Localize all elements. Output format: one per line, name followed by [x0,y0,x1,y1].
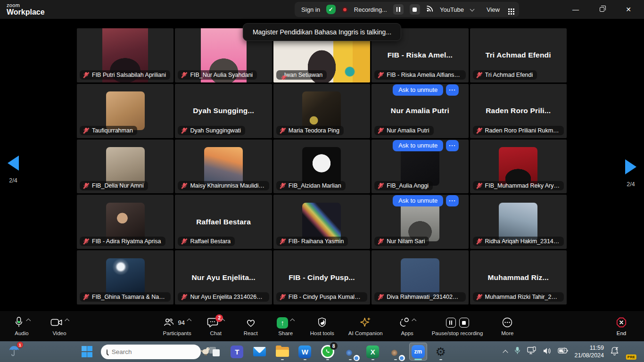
share-button[interactable]: ↑ Share [275,317,296,336]
apps-options-chevron[interactable] [412,318,416,322]
restore-button[interactable] [595,6,609,13]
taskbar-item-zoom[interactable]: zm [409,343,427,361]
participant-tile[interactable]: FIB Putri Salsabilah Apriliani [77,28,173,82]
chat-options-chevron[interactable] [221,318,224,322]
host-tools-label: Host tools [310,330,334,336]
end-meeting-button[interactable]: End [611,317,632,336]
participant-tile[interactable]: Muhammad Riz... Muhammad Rizki Tahir_231… [470,250,567,304]
participant-tile[interactable]: Tri Achmad Efendi Tri Achmad Efendi [470,28,567,82]
name-tag: Maisy Khairunnisa Maulidina [178,181,269,190]
weather-widget[interactable]: 1 [8,345,25,359]
participant-more-button[interactable]: ··· [446,84,459,96]
host-tools-button[interactable]: Host tools [310,317,334,336]
react-button[interactable]: React [240,317,261,336]
taskbar-item-mail[interactable] [251,343,269,361]
view-button[interactable]: View [487,6,500,13]
muted-mic-icon [83,294,89,300]
ai-companion-button[interactable]: AI Companion [348,317,383,336]
search-input[interactable] [112,348,195,355]
tray-battery-icon[interactable] [558,347,568,356]
stop-recording-button[interactable] [410,4,420,15]
taskbar-item-settings[interactable]: ⚙ [432,343,450,361]
participants-button[interactable]: 94 Participants [163,317,191,336]
name-tag: FIB- Raihana Yasmin [276,237,348,246]
youtube-chevron-down-icon[interactable] [470,8,474,11]
video-options-chevron[interactable] [65,318,69,322]
security-shield-icon[interactable]: ✓ [326,5,336,14]
sign-in-button[interactable]: Sign in [301,6,320,13]
participant-tile[interactable]: Maisy Khairunnisa Maulidina [175,140,272,194]
taskbar-search[interactable] [101,345,201,359]
participant-tile[interactable]: FIB- Raihana Yasmin [273,195,370,249]
active-app-indicator [414,359,422,360]
muted-mic-icon [280,127,286,134]
previous-page-nav: 2/4 [8,156,19,184]
participant-more-button[interactable]: ··· [446,140,459,151]
name-tag: Nur Nilam Sari [374,237,429,246]
participant-tile[interactable]: FIB_Alzidan Marlian [273,140,370,194]
ask-to-unmute-button[interactable]: Ask to unmute [393,140,443,151]
next-page-arrow-icon[interactable] [625,159,636,174]
taskbar-item-file-explorer[interactable] [273,343,291,361]
video-button[interactable]: Video [49,317,70,336]
audio-button[interactable]: Audio [11,317,32,336]
participant-tile[interactable]: FIB - Adira Riyatma Aprisa [77,195,173,249]
participants-options-chevron[interactable] [187,318,191,322]
name-tag: FIB Putri Salsabilah Apriliani [80,70,170,80]
notification-bell-dnd-icon[interactable] [610,346,619,357]
taskbar-clock[interactable]: 11:59 21/08/2024 [574,344,604,360]
share-options-chevron[interactable] [290,318,294,322]
tray-volume-icon[interactable] [543,347,552,357]
apps-button[interactable]: Apps [397,317,418,336]
clock-time: 11:59 [574,344,604,352]
taskbar-item-teams[interactable]: T [228,343,246,361]
muted-mic-icon [378,238,384,245]
chrome-extension-badge-icon [346,350,352,356]
pause-recording-icon[interactable] [446,318,456,328]
participant-tile[interactable]: FIB_Muhammad Reky Arya Nu... [470,140,567,194]
taskbar-item-excel[interactable]: X [364,343,382,361]
tray-overflow-chevron-icon[interactable] [503,349,508,354]
participant-tile[interactable]: FIB_Delia Nur Amni [77,140,173,194]
whatsapp-icon: 8 [321,345,334,358]
tray-display-cast-icon[interactable] [527,346,537,357]
previous-page-arrow-icon[interactable] [8,156,19,171]
participant-tile[interactable]: Raden Roro Prili... Raden Roro Priliani … [470,84,567,138]
stop-recording-icon[interactable] [459,318,469,328]
ask-to-unmute-button[interactable]: Ask to unmute [393,195,443,206]
taskbar-item-whatsapp[interactable]: 8 [319,343,337,361]
participant-tile[interactable]: Maria Teodora Ping [273,84,370,138]
close-button[interactable]: ✕ [621,6,636,13]
ask-to-unmute-button[interactable]: Ask to unmute [393,84,443,96]
taskbar-item-word[interactable]: W [296,343,314,361]
more-button[interactable]: More [497,317,518,336]
muted-mic-icon [378,127,384,134]
copilot-icon[interactable]: PRE [625,346,637,358]
participant-tile[interactable]: Taufiqurrahman [77,84,173,138]
tray-microphone-icon[interactable] [514,346,521,357]
participant-more-button[interactable]: ··· [446,195,459,206]
participant-tile[interactable]: Nur Ayu Enjelita... Nur Ayu Enjelita 231… [175,250,272,304]
pause-stop-recording-button[interactable]: Pause/stop recording [432,317,483,336]
participant-tile[interactable]: FIB_Ghina Tsamara & Nawaal ... [77,250,173,304]
participant-tile[interactable]: Raffael Bestara Raffael Bestara [175,195,272,249]
minimize-button[interactable]: — [569,6,583,13]
task-view-button[interactable] [206,343,223,361]
youtube-stream-label[interactable]: YouTube [440,6,464,13]
logo-zoom-text: zoom [7,3,45,8]
taskbar-item-chrome[interactable] [341,343,359,361]
start-button[interactable] [78,343,96,361]
audio-options-chevron[interactable] [26,318,30,322]
chat-button[interactable]: 2 Chat [206,317,226,336]
participant-tile[interactable]: Diva Rahmawati_2314026026 [372,250,468,304]
participant-tile[interactable]: Ridha Ariqah Hakim_2314026... [470,195,567,249]
participant-tile[interactable]: FIB - Cindy Pusp... FIB - Cindy Puspa Ku… [273,250,370,304]
pause-recording-button[interactable] [393,4,404,15]
participant-tile[interactable]: Dyah Sungging... Dyah Sunggingwati [175,84,272,138]
view-grid-icon[interactable] [508,8,510,10]
name-tag: FIB_Delia Nur Amni [80,181,148,190]
name-tag: Nur Ayu Enjelita 2314026042 ... [178,292,269,302]
name-tag: FIB_Alzidan Marlian [276,181,346,190]
participant-gallery: FIB Putri Salsabilah Apriliani FIB_Nur A… [77,28,567,304]
taskbar-item-chrome-profile[interactable] [387,343,405,361]
